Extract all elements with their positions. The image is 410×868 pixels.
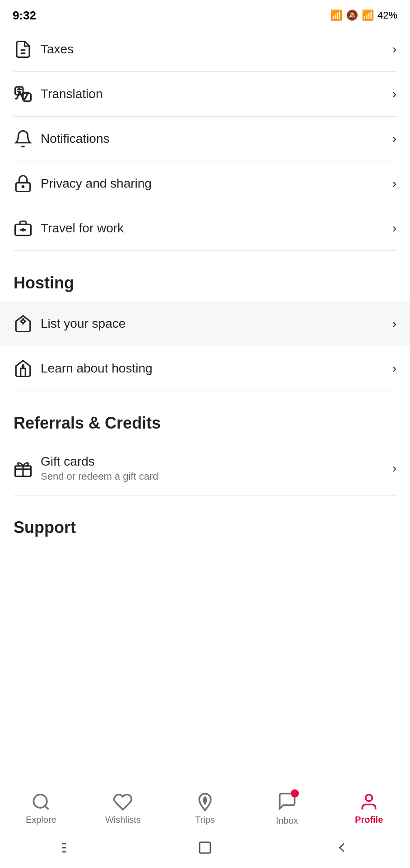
nav-label-explore: Explore	[26, 815, 56, 825]
list-space-icon	[14, 314, 41, 333]
battery-text: 42%	[377, 9, 397, 21]
nav-item-trips[interactable]: Trips	[164, 792, 246, 825]
menu-item-learn-hosting[interactable]: Learn about hosting ›	[14, 346, 396, 391]
status-time: 9:32	[13, 9, 36, 23]
privacy-icon	[14, 174, 41, 193]
list-space-text: List your space	[41, 316, 392, 331]
translation-chevron: ›	[392, 87, 396, 101]
gift-cards-subtitle: Send or redeem a gift card	[41, 471, 392, 482]
notifications-chevron: ›	[392, 132, 396, 146]
referrals-section-header: Referrals & Credits	[0, 391, 410, 442]
gift-cards-icon	[14, 459, 41, 478]
gift-cards-text: Gift cards Send or redeem a gift card	[41, 454, 392, 482]
bluetooth-icon: 📶	[330, 9, 342, 21]
svg-rect-21	[200, 842, 210, 853]
gift-cards-chevron: ›	[392, 461, 396, 476]
menu-item-privacy[interactable]: Privacy and sharing ›	[14, 161, 396, 206]
list-space-chevron: ›	[392, 316, 396, 331]
svg-line-16	[45, 806, 48, 809]
bottom-nav: Explore Wishlists Trips Inb	[0, 782, 410, 868]
nav-item-profile[interactable]: Profile	[328, 792, 410, 825]
learn-hosting-title: Learn about hosting	[41, 361, 392, 376]
inbox-badge-dot	[291, 789, 299, 797]
translation-text: Translation	[41, 87, 392, 101]
notifications-title: Notifications	[41, 132, 392, 146]
taxes-chevron: ›	[392, 42, 396, 57]
privacy-title: Privacy and sharing	[41, 176, 392, 191]
learn-hosting-icon	[14, 359, 41, 378]
nav-items: Explore Wishlists Trips Inb	[0, 782, 410, 832]
taxes-title: Taxes	[41, 42, 392, 57]
hosting-menu-list: List your space › Learn about hosting ›	[0, 302, 410, 391]
referrals-menu-list: Gift cards Send or redeem a gift card ›	[0, 442, 410, 495]
menu-item-list-space[interactable]: List your space ›	[0, 302, 410, 346]
menu-list: Taxes › Translation ›	[0, 27, 410, 251]
list-space-title: List your space	[41, 316, 392, 331]
learn-hosting-text: Learn about hosting	[41, 361, 392, 376]
svg-point-9	[22, 320, 25, 323]
svg-point-15	[33, 794, 47, 807]
android-home-button[interactable]	[191, 839, 219, 857]
wifi-icon: 📶	[362, 9, 374, 21]
taxes-icon	[14, 40, 41, 59]
hosting-section-header: Hosting	[0, 251, 410, 302]
nav-item-inbox[interactable]: Inbox	[246, 791, 328, 826]
nav-label-inbox: Inbox	[276, 816, 298, 826]
travel-chevron: ›	[392, 221, 396, 236]
nav-label-profile: Profile	[355, 815, 383, 825]
nav-item-wishlists[interactable]: Wishlists	[82, 792, 164, 825]
support-section-header: Support	[0, 495, 410, 546]
travel-icon	[14, 219, 41, 238]
gift-cards-title: Gift cards	[41, 454, 392, 469]
taxes-text: Taxes	[41, 42, 392, 57]
privacy-chevron: ›	[392, 176, 396, 191]
translation-title: Translation	[41, 87, 392, 101]
status-icons: 📶 🔕 📶 42%	[330, 9, 397, 21]
status-bar: 9:32 📶 🔕 📶 42%	[0, 0, 410, 27]
menu-item-translation[interactable]: Translation ›	[14, 72, 396, 117]
notifications-text: Notifications	[41, 132, 392, 146]
android-back-button[interactable]	[328, 839, 355, 857]
nav-label-wishlists: Wishlists	[105, 815, 141, 825]
translation-icon	[14, 85, 41, 104]
notifications-icon	[14, 129, 41, 148]
nav-label-trips: Trips	[195, 815, 215, 825]
learn-hosting-chevron: ›	[392, 361, 396, 376]
menu-item-travel[interactable]: Travel for work ›	[14, 206, 396, 251]
privacy-text: Privacy and sharing	[41, 176, 392, 191]
nav-item-explore[interactable]: Explore	[0, 792, 82, 825]
mute-icon: 🔕	[346, 9, 358, 21]
android-nav	[0, 832, 410, 868]
travel-text: Travel for work	[41, 221, 392, 236]
svg-point-5	[22, 186, 24, 188]
menu-item-notifications[interactable]: Notifications ›	[14, 117, 396, 161]
android-menu-button[interactable]	[55, 839, 82, 857]
travel-title: Travel for work	[41, 221, 392, 236]
svg-point-17	[366, 794, 373, 801]
menu-item-taxes[interactable]: Taxes ›	[14, 27, 396, 72]
menu-item-gift-cards[interactable]: Gift cards Send or redeem a gift card ›	[14, 442, 396, 495]
